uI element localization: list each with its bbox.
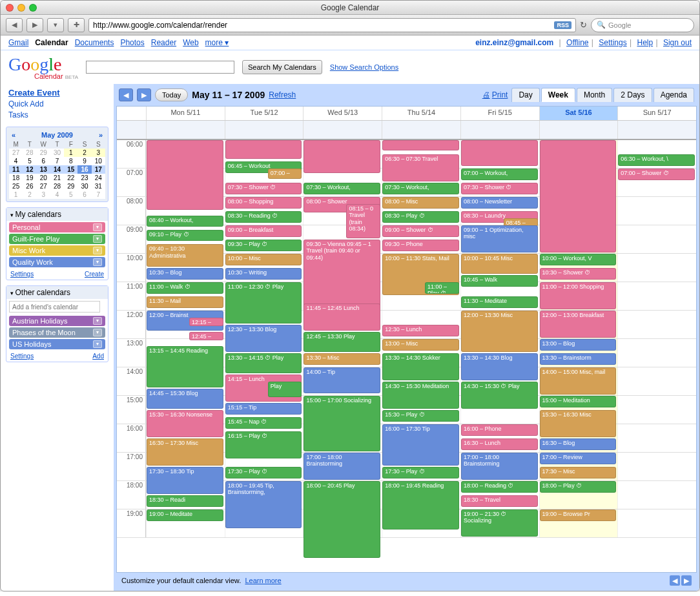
calendar-event[interactable]: 17:00 – 18:00 Brainstorming bbox=[461, 453, 538, 480]
calendar-event[interactable]: Play bbox=[268, 382, 302, 397]
today-button[interactable]: Today bbox=[155, 88, 188, 101]
user-link[interactable]: Offline bbox=[566, 38, 588, 47]
search-options-link[interactable]: Show Search Options bbox=[330, 63, 398, 71]
calendar-event[interactable]: 17:30 – Play ⏱ bbox=[382, 467, 459, 478]
calendar-event[interactable]: 16:30 – 17:30 Misc bbox=[147, 438, 223, 466]
mini-cal-day[interactable]: 27 bbox=[9, 149, 23, 157]
calendar-event[interactable]: 07:30 – Shower ⏱ bbox=[461, 183, 538, 194]
calendar-event[interactable]: 13:30 – 14:30 Sokker bbox=[382, 353, 459, 380]
print-link[interactable]: 🖨Print bbox=[482, 90, 508, 99]
calendar-item-menu[interactable]: ▾ bbox=[93, 235, 102, 243]
calendar-event[interactable]: 08:00 – Newsletter bbox=[461, 197, 538, 209]
mini-cal-day[interactable]: 18 bbox=[9, 174, 23, 182]
calendar-event[interactable]: 18:00 – 20:45 Play bbox=[304, 481, 380, 558]
calendar-event[interactable]: 16:30 – Blog bbox=[540, 438, 617, 450]
calendar-event[interactable] bbox=[147, 140, 223, 210]
calendar-event[interactable]: 10:00 – Workout, V bbox=[540, 254, 617, 265]
calendar-event[interactable]: 19:00 – Browse Pr bbox=[540, 509, 617, 521]
mini-cal-day[interactable]: 5 bbox=[64, 190, 77, 199]
mini-cal-day[interactable]: 7 bbox=[92, 190, 105, 199]
nav-link[interactable]: Calendar bbox=[35, 38, 68, 47]
calendar-event[interactable]: 12:00 – 13:30 Misc bbox=[461, 311, 538, 352]
calendar-event[interactable]: 12:45 – bbox=[189, 332, 223, 340]
calendar-event[interactable]: 14:45 – 15:30 Blog bbox=[147, 389, 223, 409]
calendar-event[interactable]: 14:00 – Tip bbox=[304, 367, 380, 393]
calendar-event[interactable]: 15:30 – Play ⏱ bbox=[382, 410, 459, 422]
mini-cal-day[interactable]: 3 bbox=[92, 149, 105, 157]
mini-cal-day[interactable]: 7 bbox=[50, 157, 64, 165]
calendar-event[interactable]: 14:30 – 15:30 Meditation bbox=[382, 382, 459, 409]
view-tab[interactable]: Week bbox=[541, 88, 575, 102]
calendar-item[interactable]: Guilt-Free Play▾ bbox=[9, 234, 105, 244]
mini-cal-day[interactable]: 21 bbox=[50, 174, 64, 182]
calendar-event[interactable]: 19:00 – 21:30 ⏱ Socializing bbox=[461, 509, 538, 537]
mini-cal-day[interactable]: 10 bbox=[92, 157, 105, 165]
calendar-event[interactable]: 12:30 – Lunch bbox=[382, 325, 459, 336]
my-cal-settings-link[interactable]: Settings bbox=[10, 271, 34, 278]
calendar-event[interactable] bbox=[540, 140, 617, 252]
mini-cal-day[interactable]: 12 bbox=[23, 165, 36, 174]
other-cal-settings-link[interactable]: Settings bbox=[10, 353, 34, 360]
url-field[interactable]: http://www.google.com/calendar/render RS… bbox=[88, 18, 576, 32]
calendar-event[interactable]: 15:30 – 16:30 Misc bbox=[540, 410, 617, 437]
calendar-event[interactable]: 15:15 – Tip bbox=[225, 403, 302, 415]
mini-cal-day[interactable]: 13 bbox=[37, 165, 50, 174]
calendar-event[interactable]: 06:30 – 07:30 Travel bbox=[382, 154, 459, 181]
nav-link[interactable]: Gmail bbox=[8, 38, 28, 47]
search-calendars-button[interactable]: Search My Calendars bbox=[242, 60, 322, 74]
calendar-event[interactable]: 07:00 – bbox=[268, 169, 302, 179]
calendar-event[interactable]: 17:30 – Play ⏱ bbox=[225, 467, 302, 478]
mini-cal-day[interactable]: 17 bbox=[92, 165, 105, 174]
calendar-event[interactable]: 15:30 – 16:30 Nonsense bbox=[147, 410, 223, 437]
calendar-event[interactable]: 18:00 – Play ⏱ bbox=[540, 481, 617, 493]
mini-cal-day[interactable]: 9 bbox=[77, 157, 91, 165]
user-link[interactable]: Settings bbox=[599, 38, 626, 47]
mini-cal-day[interactable]: 27 bbox=[37, 182, 50, 190]
calendar-event[interactable]: 09:30 – Phone bbox=[382, 240, 459, 251]
day-header[interactable]: Sat 5/16 bbox=[539, 107, 618, 120]
calendar-item[interactable]: US Holidays▾ bbox=[9, 339, 105, 349]
calendar-event[interactable]: 12:15 – bbox=[189, 318, 223, 326]
calendar-item-menu[interactable]: ▾ bbox=[93, 223, 102, 231]
mini-cal-day[interactable]: 1 bbox=[64, 149, 77, 157]
calendar-event[interactable]: 16:00 – Phone bbox=[461, 424, 538, 436]
mini-cal-day[interactable]: 6 bbox=[37, 157, 50, 165]
mini-cal-day[interactable]: 29 bbox=[37, 149, 50, 157]
calendar-event[interactable]: 08:00 – Misc bbox=[382, 197, 459, 209]
nav-link[interactable]: Reader bbox=[151, 38, 176, 47]
calendar-event[interactable]: 15:00 – 17:00 Socializing bbox=[304, 396, 380, 451]
calendar-search-input[interactable] bbox=[86, 61, 234, 74]
calendar-item-menu[interactable]: ▾ bbox=[93, 329, 102, 336]
calendar-event[interactable]: 09:30 – Play ⏱ bbox=[225, 240, 302, 251]
calendar-event[interactable]: 14:00 – 15:00 Misc, mail bbox=[540, 367, 617, 395]
mini-cal-day[interactable]: 2 bbox=[77, 149, 91, 157]
next-week-button[interactable]: ▶ bbox=[137, 88, 151, 101]
calendar-item-menu[interactable]: ▾ bbox=[93, 340, 102, 348]
create-event-link[interactable]: Create Event bbox=[8, 88, 108, 98]
view-tab[interactable]: Day bbox=[511, 88, 539, 102]
calendar-event[interactable]: 07:30 – Workout, bbox=[382, 183, 459, 194]
calendar-event[interactable]: 09:00 – Shower ⏱ bbox=[382, 225, 459, 237]
calendar-event[interactable]: 13:30 – Brainstorm bbox=[540, 353, 617, 365]
calendar-event[interactable]: 13:30 – Misc bbox=[304, 353, 380, 365]
mini-cal-day[interactable]: 1 bbox=[9, 190, 23, 199]
nav-link[interactable]: Documents bbox=[75, 38, 114, 47]
calendar-event[interactable]: 09:00 – Breakfast bbox=[225, 225, 302, 237]
mini-cal-day[interactable]: 24 bbox=[92, 174, 105, 182]
prev-week-button[interactable]: ◀ bbox=[119, 88, 133, 101]
calendar-event[interactable]: 07:30 – Shower ⏱ bbox=[225, 183, 302, 194]
calendar-item-menu[interactable]: ▾ bbox=[93, 317, 102, 325]
plus-button[interactable]: ✚ bbox=[68, 18, 85, 32]
calendar-event[interactable]: 10:30 – Shower ⏱ bbox=[540, 268, 617, 280]
calendar-event[interactable]: 18:00 – 19:45 Tip, Brainstorming, bbox=[225, 481, 302, 528]
mini-cal-day[interactable]: 4 bbox=[50, 190, 64, 199]
calendar-event[interactable]: 17:00 – 18:00 Brainstorming bbox=[304, 453, 380, 480]
mini-cal-day[interactable]: 28 bbox=[50, 182, 64, 190]
add-friend-input[interactable] bbox=[9, 301, 100, 313]
calendar-event[interactable]: 09:30 – Vienna 09:45 – 1 Travel (train 0… bbox=[304, 240, 380, 309]
calendar-event[interactable]: 13:00 – Misc bbox=[382, 339, 459, 351]
calendar-event[interactable]: 15:00 – Meditation bbox=[540, 396, 617, 407]
calendar-event[interactable]: 11:00 – 12:00 Shopping bbox=[540, 282, 617, 309]
calendar-item[interactable]: Personal▾ bbox=[9, 222, 105, 232]
calendar-event[interactable]: 11:00 – Play ⏱ bbox=[425, 282, 459, 294]
